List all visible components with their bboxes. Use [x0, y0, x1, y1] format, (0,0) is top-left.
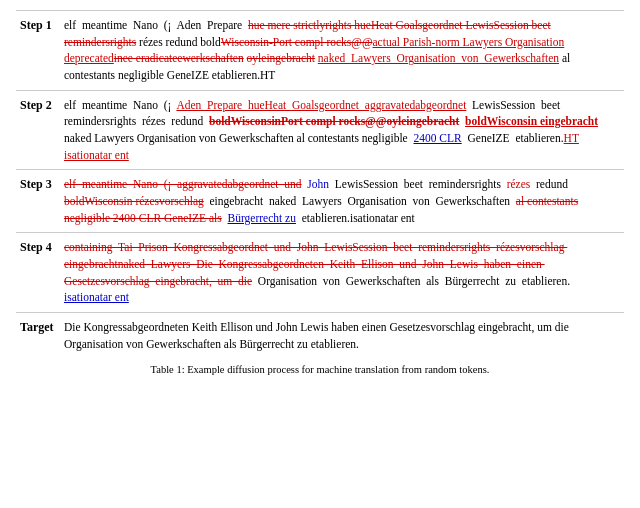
step4-row: Step 4 containing Tai Prison Kongressabg… [16, 233, 624, 313]
step3-content: elf meantime Nano (¡ aggravatedabgeordne… [60, 170, 624, 233]
step2-row: Step 2 elf meantime Nano (¡ Aden Prepare… [16, 90, 624, 170]
table-caption: Table 1: Example diffusion process for m… [16, 364, 624, 375]
step3-label: Step 3 [16, 170, 60, 233]
step2-content: elf meantime Nano (¡ Aden Prepare hueHea… [60, 90, 624, 170]
step1-content: elf meantime Nano (¡ Aden Prepare hue me… [60, 11, 624, 91]
step4-content: containing Tai Prison Kongressabgeordnet… [60, 233, 624, 313]
step1-row: Step 1 elf meantime Nano (¡ Aden Prepare… [16, 11, 624, 91]
target-row: Target Die Kongressabgeordneten Keith El… [16, 313, 624, 359]
target-content: Die Kongressabgeordneten Keith Ellison u… [60, 313, 624, 359]
step2-label: Step 2 [16, 90, 60, 170]
step3-row: Step 3 elf meantime Nano (¡ aggravatedab… [16, 170, 624, 233]
target-label: Target [16, 313, 60, 359]
step1-label: Step 1 [16, 11, 60, 91]
step4-label: Step 4 [16, 233, 60, 313]
